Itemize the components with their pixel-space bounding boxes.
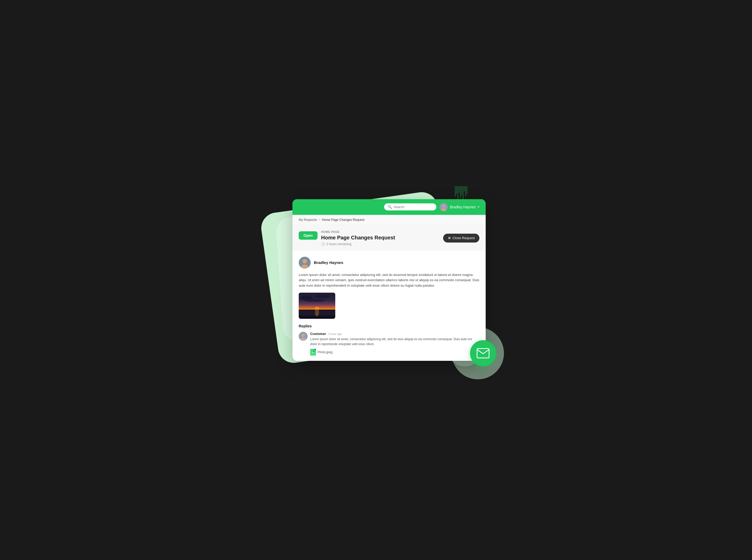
search-box[interactable]: 🔍	[384, 203, 436, 211]
svg-point-11	[304, 299, 325, 302]
breadcrumb-current: Home Page Changes Request	[322, 218, 364, 222]
reply-content: Customer 1 hour ago Lorem ipsum dolor si…	[310, 332, 479, 356]
close-request-button[interactable]: ✕ Close Request	[443, 234, 479, 242]
post-body-text: Lorem ipsum dolor sit amet, consectetur …	[299, 272, 479, 288]
breadcrumb-separator: >	[319, 218, 320, 222]
reply-author-avatar	[299, 332, 308, 341]
request-time: 🕐 2 hours remaining	[321, 242, 395, 246]
barcode-decoration	[455, 186, 468, 200]
svg-point-17	[302, 334, 305, 337]
svg-point-6	[303, 259, 307, 263]
attachment-filename: Photo.jpeg	[317, 351, 332, 354]
svg-rect-22	[312, 352, 314, 353]
replies-section: Replies Customer 1 hour ago Lorem ipsum …	[293, 324, 486, 361]
svg-rect-23	[312, 353, 313, 354]
svg-point-10	[314, 295, 330, 298]
request-header: Open HOME PAGE Home Page Changes Request…	[293, 225, 486, 251]
post-image	[299, 293, 335, 319]
user-name-label: Bradley Haynes	[450, 205, 476, 209]
reply-item: Customer 1 hour ago Lorem ipsum dolor si…	[299, 332, 479, 356]
user-menu[interactable]: Bradley Haynes ▾	[439, 203, 479, 211]
close-button-label: Close Request	[453, 236, 475, 240]
post-author-name: Bradley Haynes	[314, 260, 343, 265]
status-badge: Open	[299, 231, 317, 240]
request-info: HOME PAGE Home Page Changes Request 🕐 2 …	[321, 230, 395, 246]
reply-meta: Customer 1 hour ago	[310, 332, 479, 336]
post-author: Bradley Haynes	[299, 257, 479, 268]
svg-point-1	[442, 204, 445, 207]
reply-attachment[interactable]: Photo.jpeg	[310, 349, 479, 356]
main-card: 🔍 Bradley Haynes ▾ My Requests > Home Pa	[293, 199, 486, 361]
file-icon	[310, 349, 316, 356]
app-header: 🔍 Bradley Haynes ▾	[293, 199, 486, 215]
svg-point-15	[315, 308, 319, 316]
search-icon: 🔍	[388, 205, 392, 209]
replies-title: Replies	[299, 324, 479, 328]
post-author-avatar	[299, 257, 311, 268]
breadcrumb: My Requests > Home Page Changes Request	[293, 215, 486, 225]
close-x-icon: ✕	[448, 236, 451, 240]
breadcrumb-parent[interactable]: My Requests	[299, 218, 317, 222]
reply-body-text: Lorem ipsum dolor sit amet, consectetur …	[310, 337, 479, 347]
avatar	[439, 203, 448, 211]
search-input[interactable]	[394, 205, 433, 209]
request-title: Home Page Changes Request	[321, 235, 395, 241]
clock-icon: 🕐	[321, 242, 325, 246]
reply-timestamp: 1 hour ago	[328, 332, 342, 336]
reply-author-name: Customer	[310, 332, 326, 336]
post-content: Bradley Haynes Lorem ipsum dolor sit ame…	[293, 251, 486, 319]
mail-fab-button[interactable]	[470, 340, 496, 366]
chevron-down-icon: ▾	[478, 205, 479, 208]
request-category: HOME PAGE	[321, 230, 395, 234]
request-left: Open HOME PAGE Home Page Changes Request…	[299, 230, 395, 246]
time-remaining-label: 2 hours remaining	[326, 242, 352, 246]
svg-rect-24	[477, 348, 489, 358]
